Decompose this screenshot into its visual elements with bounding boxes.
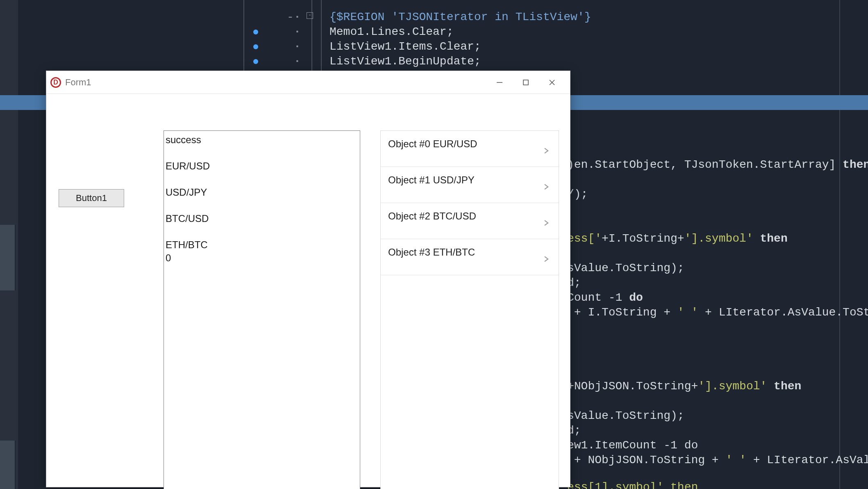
list-item[interactable]: Object #3 ETH/BTC xyxy=(381,239,559,275)
fold-toggle[interactable]: - xyxy=(307,12,313,19)
gutter-dot: · xyxy=(294,25,299,39)
code-line: {$REGION 'TJSONIterator in TListView'} xyxy=(329,10,591,25)
code-line: + I.ToString + ' ' + LIterator.AsValue.T… xyxy=(567,305,868,320)
code-line: sValue.ToString); xyxy=(567,409,684,423)
titlebar[interactable]: Form1 xyxy=(46,71,570,94)
gutter-dot: · xyxy=(294,10,299,25)
code-line: Count -1 do xyxy=(567,290,643,305)
svg-rect-1 xyxy=(523,80,528,85)
list-item[interactable]: Object #1 USD/JPY xyxy=(381,167,559,203)
listview1[interactable]: Object #0 EUR/USD Object #1 USD/JPY Obje… xyxy=(380,130,559,489)
code-line: ess['+I.ToString+'].symbol' then xyxy=(567,231,788,246)
list-item[interactable]: Object #0 EUR/USD xyxy=(381,131,559,167)
chevron-right-icon xyxy=(542,254,550,265)
code-line: Memo1.Lines.Clear; xyxy=(329,25,453,39)
minimize-icon xyxy=(496,79,503,86)
list-item-label: Object #2 BTC/USD xyxy=(388,210,476,222)
list-item-label: Object #0 EUR/USD xyxy=(388,138,477,150)
code-line: ListView1.BeginUpdate; xyxy=(329,54,481,69)
list-item[interactable]: Object #2 BTC/USD xyxy=(381,203,559,239)
form-client-area: Button1 success EUR/USD USD/JPY BTC/USD … xyxy=(46,94,570,487)
list-item-label: Object #1 USD/JPY xyxy=(388,174,475,186)
chevron-right-icon xyxy=(542,218,550,229)
chevron-right-icon xyxy=(542,146,550,157)
list-item-label: Object #3 ETH/BTC xyxy=(388,247,475,258)
gutter-dot: · xyxy=(294,39,299,54)
code-line: ess[1].symbol' then xyxy=(567,480,698,489)
minimize-button[interactable] xyxy=(486,71,513,94)
sidebar-tab-2[interactable] xyxy=(0,441,16,489)
code-line: )en.StartObject, TJsonToken.StartArray] … xyxy=(567,158,868,172)
close-button[interactable] xyxy=(539,71,565,94)
breakpoint-dot[interactable] xyxy=(253,30,258,34)
maximize-icon xyxy=(522,79,529,86)
gutter-minus: - xyxy=(287,10,294,25)
form1-window: Form1 Button1 success EUR/USD USD/JPY BT… xyxy=(46,71,570,487)
maximize-button[interactable] xyxy=(513,71,539,94)
breakpoint-dot[interactable] xyxy=(253,59,258,64)
sidebar-tab-1[interactable] xyxy=(0,225,16,290)
code-line: +NObjJSON.ToString+'].symbol' then xyxy=(567,379,801,394)
chevron-right-icon xyxy=(542,182,550,193)
breakpoint-dot[interactable] xyxy=(253,44,258,49)
close-icon xyxy=(548,79,556,86)
code-line: sValue.ToString); xyxy=(567,261,684,276)
code-line: ew1.ItemCount -1 do xyxy=(567,438,698,453)
gutter-dot: · xyxy=(294,54,299,69)
memo1[interactable]: success EUR/USD USD/JPY BTC/USD ETH/BTC … xyxy=(164,130,360,489)
code-line: ListView1.Items.Clear; xyxy=(329,39,481,54)
button1[interactable]: Button1 xyxy=(59,189,124,207)
code-line: + NObjJSON.ToString + ' ' + LIterator.As… xyxy=(567,453,868,468)
window-title: Form1 xyxy=(65,77,91,88)
app-icon xyxy=(50,77,61,88)
